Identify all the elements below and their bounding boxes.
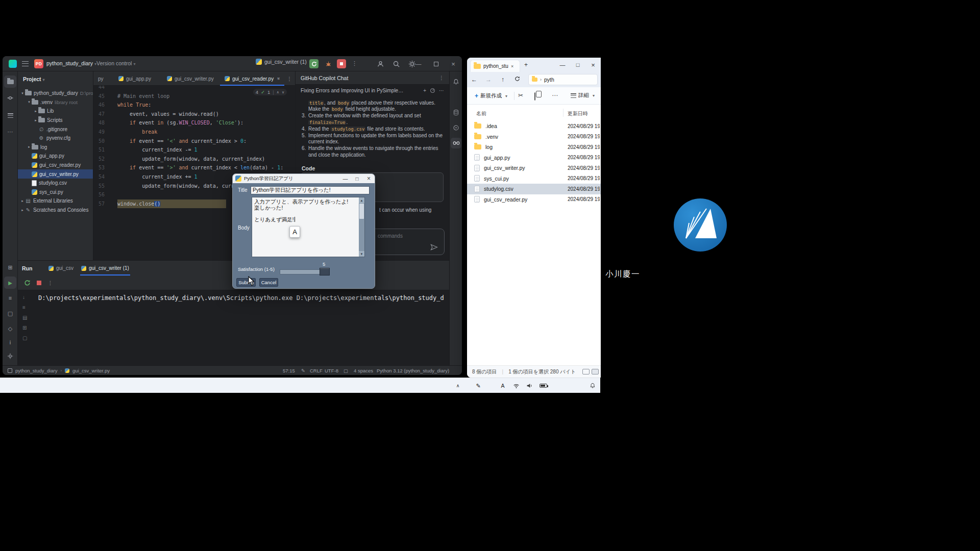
tab-gui-csv-reader[interactable]: gui_csv_reader.py× xyxy=(220,71,284,86)
lock-icon[interactable]: ▢ xyxy=(344,366,348,375)
file-row[interactable]: gui_csv_writer.py2024/08/29 19:42 xyxy=(467,163,601,173)
python-interpreter[interactable]: Python 3.12 (python_study_diary) xyxy=(377,366,449,375)
problems-tool-icon[interactable]: ◇ xyxy=(4,322,16,335)
rerun-button[interactable] xyxy=(309,59,318,68)
project-tree-item[interactable]: ▸Lib xyxy=(18,107,93,116)
dialog-close-button[interactable]: × xyxy=(363,174,375,183)
view-large-icon[interactable] xyxy=(592,369,599,374)
project-tree-item[interactable]: gui_app.py xyxy=(18,152,93,161)
inspection-widget[interactable]: 4 ✓ 1 | ∧ ∨ xyxy=(253,89,287,95)
more-actions-icon[interactable]: ⋮ xyxy=(352,60,357,67)
file-row[interactable]: sys_cui.py2024/08/29 19:22 xyxy=(467,173,601,184)
scroll-up-icon[interactable]: ▲ xyxy=(359,197,364,203)
new-chat-icon[interactable]: + xyxy=(423,88,426,93)
info-tool-icon[interactable]: i xyxy=(4,336,16,348)
more-tabs-icon[interactable]: ⋮ xyxy=(287,76,292,82)
file-row[interactable]: gui_csv_reader.py2024/08/29 19:50 xyxy=(467,194,601,205)
project-tree-item[interactable]: ▾.venvlibrary root xyxy=(18,98,93,107)
column-modified[interactable]: 更新日時 xyxy=(568,110,588,117)
soft-wrap-icon[interactable]: ≡ xyxy=(22,305,26,310)
wifi-icon[interactable] xyxy=(511,378,521,393)
explorer-close-button[interactable]: × xyxy=(585,58,601,72)
commit-tool-icon[interactable] xyxy=(4,92,16,104)
project-tree-item[interactable]: ▸✎Scratches and Consoles xyxy=(18,206,93,215)
speaker-icon[interactable] xyxy=(525,378,534,393)
view-list-icon[interactable] xyxy=(582,369,590,374)
scroll-down-icon[interactable]: ↓ xyxy=(22,294,25,300)
dialog-minimize-button[interactable]: — xyxy=(339,174,351,183)
explorer-minimize-button[interactable]: — xyxy=(555,58,570,72)
stop-icon[interactable] xyxy=(37,281,41,285)
clear-console-icon[interactable]: ▢ xyxy=(22,335,27,341)
project-panel-header[interactable]: Project▾ xyxy=(23,76,45,82)
code-line[interactable]: 48 if event in (sg.WIN_CLOSED, 'Close'): xyxy=(93,118,295,128)
chevron-down-icon[interactable]: ∨ xyxy=(282,90,284,94)
code-line[interactable]: 51 current_index -= 1 xyxy=(93,145,295,155)
caret-position[interactable]: 57:15 xyxy=(283,366,295,375)
code-line[interactable]: 52 update_form(window, data, current_ind… xyxy=(93,155,295,164)
body-textarea[interactable]: 入力アプリと、表示アプリを作ったよ!楽しかった!とりあえず満足! ▲ ▼ xyxy=(252,197,365,257)
copilot-icon[interactable] xyxy=(451,138,461,148)
stop-button[interactable] xyxy=(337,59,346,68)
database-icon[interactable] xyxy=(451,107,461,118)
project-tree-item[interactable]: ▸▤External Libraries xyxy=(18,196,93,206)
structure-tool-icon[interactable] xyxy=(4,109,16,121)
title-input[interactable] xyxy=(251,186,370,194)
main-menu-icon[interactable] xyxy=(22,61,29,66)
vcs-tool-icon[interactable] xyxy=(4,350,16,362)
file-row[interactable]: .idea2024/08/29 19:51 xyxy=(467,121,601,132)
run-tool-icon[interactable]: ▶ xyxy=(4,277,16,289)
chevron-up-icon[interactable]: ∧ xyxy=(277,90,279,94)
run-tab-gui-csv[interactable]: gui_csv xyxy=(44,261,78,276)
code-line[interactable]: 47 event, values = window.read() xyxy=(93,110,295,119)
project-tree-item[interactable]: ▸Scripts xyxy=(18,116,93,125)
project-tree-item[interactable]: gui_csv_reader.py xyxy=(18,161,93,170)
project-tree-item[interactable]: ∅.gitignore xyxy=(18,124,93,134)
debug-button[interactable] xyxy=(324,59,333,68)
tab-gui-csv-writer[interactable]: gui_csv_writer.py xyxy=(162,71,218,86)
send-icon[interactable] xyxy=(430,244,438,252)
line-separator[interactable]: CRLF xyxy=(310,366,323,375)
terminal-tool-icon[interactable]: ▢ xyxy=(4,307,16,319)
view-details-button[interactable]: 詳細 ▾ xyxy=(571,92,595,99)
project-tree-item[interactable]: sys_cui.py xyxy=(18,188,93,197)
code-line[interactable]: 50 if event == '<' and current_index > 0… xyxy=(93,137,295,146)
project-tree-item[interactable]: gui_csv_writer.py xyxy=(18,169,93,179)
python-console-tool-icon[interactable]: ≡ xyxy=(4,292,16,304)
ime-mode[interactable]: A xyxy=(498,378,507,393)
code-with-me-icon[interactable] xyxy=(377,60,384,68)
minimize-button[interactable]: — xyxy=(410,56,427,71)
pen-icon[interactable]: ✎ xyxy=(474,378,483,393)
scroll-down-icon[interactable]: ▼ xyxy=(359,251,364,257)
project-tool-icon[interactable] xyxy=(4,76,16,88)
run-panel-title[interactable]: Run xyxy=(22,265,32,271)
chevron-down-icon[interactable]: ▾ xyxy=(277,76,280,81)
code-line[interactable]: 46while True: xyxy=(93,101,295,110)
tray-expand-icon[interactable]: ∧ xyxy=(453,378,462,393)
project-name[interactable]: python_study_diary▾ xyxy=(46,60,96,66)
run-console[interactable]: ↓ ≡ ▤ ⊞ ▢ D:\projects\experimentals\pyth… xyxy=(18,290,449,366)
close-tab-icon[interactable]: × xyxy=(511,64,513,69)
explorer-tab[interactable]: python_stu × xyxy=(470,60,520,72)
forward-icon[interactable]: → xyxy=(481,76,496,83)
project-tree-item[interactable]: studylog.csv xyxy=(18,179,93,188)
file-row[interactable]: .venv2024/08/29 19:11 xyxy=(467,132,601,142)
new-item-button[interactable]: + 新規作成 ▾ xyxy=(471,90,511,102)
file-row[interactable]: studylog.csv2024/08/29 19:43 xyxy=(467,184,601,194)
indent-setting[interactable]: 4 spaces xyxy=(354,366,373,375)
dialog-maximize-button[interactable]: □ xyxy=(351,174,363,183)
cancel-button[interactable]: Cancel xyxy=(259,278,278,287)
notification-bell-icon[interactable] xyxy=(588,378,597,393)
scroll-to-end-icon[interactable]: ▤ xyxy=(22,315,27,320)
file-row[interactable]: log2024/08/29 19:37 xyxy=(467,142,601,153)
up-icon[interactable]: ↑ xyxy=(496,76,510,83)
notifications-icon[interactable] xyxy=(451,77,461,87)
panel-options-icon[interactable]: ⋮ xyxy=(439,75,444,81)
file-encoding[interactable]: UTF-8 xyxy=(325,366,338,375)
services-tool-icon[interactable]: ⊞ xyxy=(4,261,16,273)
project-tree-item[interactable]: ▸log xyxy=(18,143,93,152)
column-name[interactable]: 名前 xyxy=(476,110,486,117)
code-line[interactable]: 49 break xyxy=(93,128,295,137)
refresh-icon[interactable] xyxy=(510,76,524,83)
statusbar-project[interactable]: python_study_diary xyxy=(15,368,57,373)
